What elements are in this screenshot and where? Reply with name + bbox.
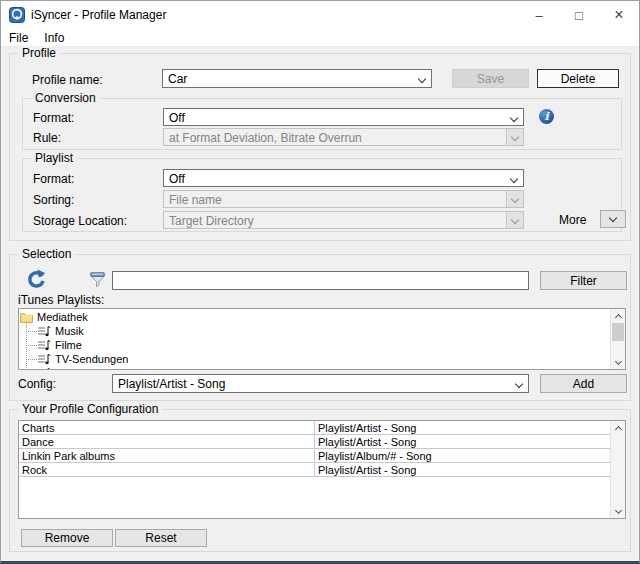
profile-name-combobox[interactable]: Car [162,69,432,88]
tree-item-label: Filme [55,339,82,351]
reset-button[interactable]: Reset [115,529,207,547]
add-button-label: Add [573,377,594,391]
profile-name-label: Profile name: [32,73,103,87]
conversion-rule-combobox: at Format Deviation, Bitrate Overrun [163,128,524,146]
profile-name-value: Car [168,72,187,86]
table-row[interactable]: Rock Playlist/Artist - Song [19,463,611,477]
table-row[interactable]: Linkin Park albums Playlist/Album/# - So… [19,449,611,463]
config-value: Playlist/Artist - Song [118,377,225,391]
playlist-format-value: Off [169,172,185,186]
playlist-icon [38,325,51,337]
tree-item-label: TV-Sendungen [55,353,128,365]
conversion-format-value: Off [169,111,185,125]
chevron-down-icon [515,380,523,388]
tree-item[interactable]: Filme [38,338,82,352]
tree-item[interactable]: TV-Sendungen [38,352,128,366]
conversion-format-label: Format: [33,111,74,125]
chevron-down-icon [506,129,523,145]
minimize-button[interactable]: – [519,1,559,29]
chevron-down-icon [418,75,426,83]
remove-button-label: Remove [45,531,90,545]
row-config-cell: Playlist/Artist - Song [315,435,611,448]
profile-manager-window: iSyncer - Profile Manager – □ × File Inf… [0,0,640,564]
profile-configuration-table[interactable]: Charts Playlist/Artist - Song Dance Play… [18,420,626,519]
row-playlist-cell: Dance [19,435,315,448]
playlist-icon [38,353,51,365]
save-button[interactable]: Save [452,69,529,88]
maximize-button[interactable]: □ [559,1,599,29]
scroll-up-icon[interactable] [611,421,625,434]
remove-button[interactable]: Remove [21,529,113,547]
storage-location-value: Target Directory [169,214,254,228]
window-title: iSyncer - Profile Manager [31,8,166,22]
storage-location-combobox: Target Directory [163,211,524,229]
chevron-down-icon [609,213,617,221]
tree-connector [26,322,27,370]
playlist-format-combobox[interactable]: Off [163,169,524,187]
menu-info[interactable]: Info [36,31,72,45]
tree-item-root[interactable]: Mediathek [20,310,88,324]
tree-item-label: Musik [55,325,84,337]
delete-button-label: Delete [561,72,596,86]
table-scrollbar[interactable] [610,421,625,518]
chevron-down-icon [510,175,518,183]
itunes-playlists-tree[interactable]: Mediathek Musik [18,308,626,370]
row-config-cell: Playlist/Album/# - Song [315,449,611,462]
app-icon [9,7,25,23]
reset-button-label: Reset [145,531,176,545]
selection-group: Selection Filter iTunes Playlists: [9,254,631,401]
tree-connector [26,359,37,360]
config-label: Config: [18,377,56,391]
window-controls: – □ × [519,1,639,29]
conversion-rule-value: at Format Deviation, Bitrate Overrun [169,131,362,145]
folder-icon [20,312,33,323]
row-config-cell: Playlist/Artist - Song [315,421,611,434]
tree-scrollbar-thumb[interactable] [612,323,624,341]
info-icon[interactable]: i [539,109,554,124]
playlist-icon [38,339,51,351]
conversion-rule-label: Rule: [33,131,61,145]
more-dropdown-button[interactable] [600,210,626,228]
menu-file[interactable]: File [1,31,36,45]
filter-input[interactable] [112,271,529,290]
filter-button[interactable]: Filter [540,271,627,290]
scroll-down-icon[interactable] [611,356,625,369]
refresh-icon[interactable] [26,269,46,289]
playlist-format-label: Format: [33,172,74,186]
tree-scrollbar[interactable] [610,309,625,369]
profile-group: Profile Profile name: Car Save Delete Co… [9,53,631,241]
playlist-icon [38,367,51,370]
profile-configuration-group: Your Profile Configuration Charts Playli… [9,409,631,552]
close-button[interactable]: × [599,1,639,29]
tree-item-partial[interactable] [38,366,55,370]
playlist-sorting-value: File name [169,193,222,207]
chevron-down-icon [506,212,523,228]
selection-group-label: Selection [18,247,75,261]
scroll-down-icon[interactable] [611,505,625,518]
delete-button[interactable]: Delete [537,69,619,88]
scroll-up-icon[interactable] [611,309,625,322]
playlist-group: Playlist Format: Off Sorting: File name … [22,158,622,232]
table-row[interactable]: Dance Playlist/Artist - Song [19,435,611,449]
row-playlist-cell: Linkin Park albums [19,449,315,462]
add-button[interactable]: Add [540,374,627,393]
tree-connector [26,331,37,332]
itunes-playlists-label: iTunes Playlists: [18,293,104,307]
title-bar: iSyncer - Profile Manager – □ × [1,1,639,29]
tree-item-label: Mediathek [37,311,88,323]
conversion-format-combobox[interactable]: Off [163,108,524,126]
save-button-label: Save [477,72,504,86]
tree-item[interactable]: Musik [38,324,84,338]
conversion-group-label: Conversion [31,91,100,105]
filter-funnel-icon[interactable] [90,272,105,288]
tree-connector [26,345,37,346]
config-combobox[interactable]: Playlist/Artist - Song [112,374,529,393]
chevron-down-icon [506,191,523,207]
storage-location-label: Storage Location: [33,214,127,228]
chevron-down-icon [510,114,518,122]
row-config-cell: Playlist/Artist - Song [315,463,611,476]
table-row[interactable]: Charts Playlist/Artist - Song [19,421,611,435]
profile-group-label: Profile [18,46,60,60]
row-playlist-cell: Rock [19,463,315,476]
row-playlist-cell: Charts [19,421,315,434]
